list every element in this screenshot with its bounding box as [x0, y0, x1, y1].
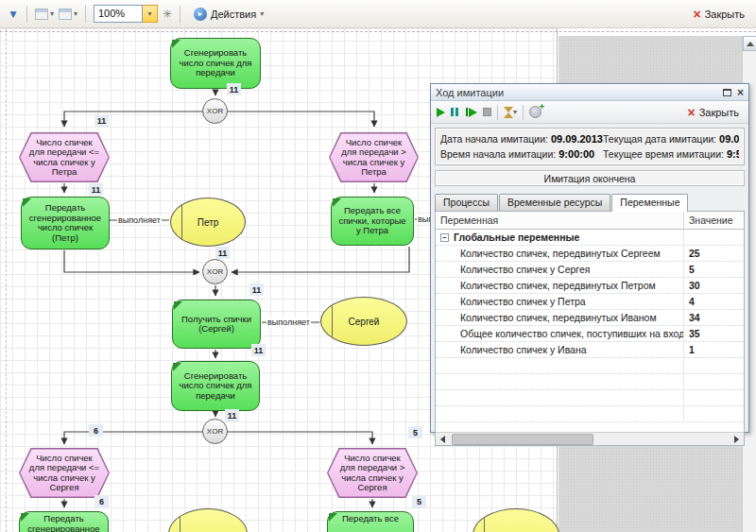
resource-label: Петр [198, 217, 219, 228]
variable-value: 30 [683, 278, 744, 293]
table-row[interactable]: Общее количество спичек, поступивших на … [436, 326, 744, 342]
performs-label: выполняет [117, 215, 162, 225]
flow-count-badge: 11 [225, 409, 239, 421]
status-text: Имитация окончена [544, 173, 636, 184]
tab-processes[interactable]: Процессы [435, 194, 498, 211]
simulation-speed-button[interactable]: ▾ [504, 107, 517, 118]
start-time-value: 9:00:00 [558, 148, 594, 160]
role-divider-line [181, 198, 182, 246]
table-horizontal-scrollbar[interactable] [436, 432, 744, 445]
scroll-right-button[interactable] [730, 433, 744, 446]
resource-petr[interactable]: Петр [170, 197, 246, 247]
flow-count-badge: 11 [89, 183, 103, 196]
resource-label: Сергей [349, 317, 380, 327]
arrow-left-icon [440, 436, 445, 443]
fold-corner-icon [333, 198, 341, 207]
xor-label: XOR [207, 427, 223, 436]
flow-count-badge: 11 [227, 83, 241, 95]
performs-label: выполняет [266, 317, 311, 327]
pause-button[interactable] [451, 108, 460, 116]
zoom-level-input[interactable]: 100% [94, 5, 143, 23]
chevron-down-icon: ▾ [513, 108, 517, 116]
print-diagram-button[interactable]: ▾ [59, 9, 77, 20]
close-diagram-button[interactable]: × Закрыть [693, 8, 748, 21]
step-button[interactable] [466, 108, 477, 117]
actions-orb-icon: ▸ [194, 8, 207, 21]
zoom-dropdown-button[interactable]: ▾ [143, 5, 158, 23]
variable-name: Количество спичек, передвинутых Петром [436, 280, 683, 291]
fold-corner-icon [173, 363, 181, 371]
add-settings-button[interactable]: + [529, 106, 541, 118]
start-date-value: 09.09.2013 [551, 133, 603, 145]
table-group-row[interactable]: −Глобальные переменные [436, 230, 744, 246]
flow-count-badge: 6 [89, 424, 103, 437]
maximize-icon[interactable] [723, 89, 731, 96]
collapse-toolbar-icon[interactable]: ▼ [8, 8, 19, 21]
connector-line [64, 432, 204, 444]
variable-name: Количество спичек у Петра [436, 296, 683, 307]
panel-close-button[interactable]: × Закрыть [687, 106, 743, 119]
xor-gateway-2[interactable]: XOR [202, 259, 228, 284]
task-transfer-all-petr[interactable]: Передать все спички, которые у Петра [331, 197, 414, 246]
condition-le-sergey[interactable]: Число спичек для передачи <= числа спиче… [19, 448, 110, 498]
chevron-down-icon: ▾ [147, 9, 151, 18]
table-row[interactable]: Количество спичек у Ивана 1 [436, 342, 744, 358]
variable-value: 35 [683, 326, 744, 341]
toolbar-separator [85, 6, 86, 23]
connector-line [64, 250, 199, 272]
actions-button[interactable]: ▸ Действия ▾ [188, 6, 269, 23]
task-label: Получить спички (Сергей) [178, 315, 255, 335]
export-diagram-button[interactable]: ▾ [35, 9, 54, 20]
tab-time-resources[interactable]: Временные ресурсы [499, 194, 610, 211]
close-icon: × [693, 8, 700, 21]
simulation-panel: Ход имитации × ▾ + × Закрыть [430, 83, 749, 433]
collapse-expander-icon[interactable]: − [440, 233, 449, 242]
actions-button-label: Действия [211, 9, 256, 20]
variable-name: Количество спичек, передвинутых Иваном [436, 312, 683, 323]
close-icon[interactable]: × [737, 87, 744, 98]
fold-corner-icon [174, 301, 182, 310]
simulation-status-bar: Имитация окончена [435, 170, 745, 186]
play-button[interactable] [437, 108, 445, 117]
panel-tabs: Процессы Временные ресурсы Переменные [431, 186, 748, 211]
task-receive-sergey[interactable]: Получить спички (Сергей) [172, 300, 261, 349]
chevron-down-icon: ▾ [74, 9, 77, 18]
scroll-left-button[interactable] [436, 433, 450, 446]
gear-plus-icon: + [529, 106, 541, 118]
table-row[interactable]: Количество спичек, передвинутых Петром 3… [436, 278, 744, 294]
table-row[interactable]: Количество спичек, передвинутых Сергеем … [436, 246, 744, 262]
condition-label: Число спичек для передачи > числа спичек… [338, 138, 408, 178]
task-transfer-all-sergey[interactable]: Передать все [327, 511, 414, 532]
stop-button[interactable] [483, 108, 491, 116]
task-generate-matches-1[interactable]: Сгенерировать число спичек для передачи [170, 38, 261, 89]
task-transfer-generated-sergey[interactable]: Передать сгенерированное [19, 511, 109, 532]
xor-label: XOR [207, 267, 223, 276]
toolbar-separator [497, 105, 498, 120]
xor-gateway-1[interactable]: XOR [202, 98, 228, 124]
start-time-label: Время начала имитации: [440, 148, 556, 160]
fold-corner-icon [172, 40, 180, 48]
flow-count-badge: 11 [251, 344, 266, 356]
xor-gateway-3[interactable]: XOR [202, 419, 228, 444]
task-label: Передать сгенерированное число спичек (П… [26, 203, 104, 243]
resource-sergey[interactable]: Сергей [320, 297, 407, 346]
xor-label: XOR [207, 107, 223, 115]
scrollbar-thumb[interactable] [452, 434, 593, 445]
condition-gt-sergey[interactable]: Число спичек для передачи > числа спичек… [327, 448, 418, 498]
simulation-panel-titlebar[interactable]: Ход имитации × [431, 84, 748, 101]
table-row[interactable]: Количество спичек у Сергея 5 [436, 262, 744, 278]
task-transfer-generated-petr[interactable]: Передать сгенерированное число спичек (П… [21, 197, 110, 249]
variable-name: Количество спичек, передвинутых Сергеем [436, 248, 683, 259]
table-row[interactable]: Количество спичек у Петра 4 [436, 294, 744, 310]
step-icon [466, 108, 468, 116]
table-row[interactable]: Количество спичек, передвинутых Иваном 3… [436, 310, 744, 326]
simulation-toolbar: ▾ + × Закрыть [431, 101, 748, 124]
task-generate-matches-2[interactable]: Сгенерировать число спичек для передачи [171, 361, 260, 411]
tab-variables[interactable]: Переменные [611, 194, 688, 212]
fit-view-icon[interactable]: ✳ [163, 8, 172, 21]
task-label: Передать сгенерированное [25, 514, 103, 532]
connector-line [227, 112, 374, 127]
variable-value: 4 [683, 294, 744, 309]
condition-gt-petr[interactable]: Число спичек для передачи > числа спичек… [329, 132, 419, 182]
condition-le-petr[interactable]: Число спичек для передачи <= числа спиче… [19, 132, 110, 182]
